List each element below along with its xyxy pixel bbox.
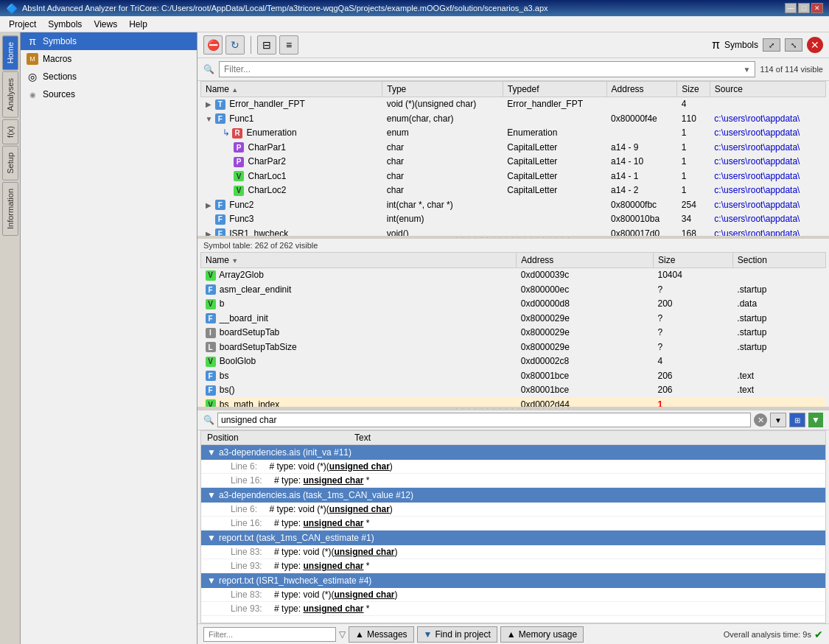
messages-button[interactable]: ▲ Messages [349, 626, 414, 643]
panel-button[interactable]: ≡ [279, 35, 298, 55]
clear-filter2-button[interactable]: ✕ [754, 413, 767, 427]
col-name[interactable]: Name ▲ [201, 82, 382, 97]
table-row[interactable]: V BoolGlob 0xd00002c84 [201, 354, 826, 369]
table-row[interactable]: L boardSetupTabSize 0x8000029e?.startup [201, 340, 826, 354]
menu-project[interactable]: Project [3, 18, 42, 31]
symbols-icon: π [27, 35, 38, 47]
nav-sections[interactable]: ◎ Sections [21, 68, 197, 85]
toolbar-symbols-label: Symbols [724, 40, 758, 50]
pi-icon: π [712, 38, 720, 52]
minimize-button[interactable]: — [785, 3, 797, 13]
close-button[interactable]: ✕ [811, 3, 823, 13]
table-row[interactable]: F Func3 int(enum)0x800010ba34c:\users\ro… [201, 212, 826, 227]
col-type[interactable]: Type [382, 82, 503, 97]
macros-icon: M [27, 53, 38, 65]
nav-sources-label: Sources [43, 89, 75, 99]
nav-macros-label: Macros [43, 54, 71, 64]
col-text-header: Text [354, 433, 819, 443]
filter-dropdown-arrow[interactable]: ▼ [743, 66, 750, 74]
col-size[interactable]: Size [677, 82, 710, 97]
col2-name[interactable]: Name ▼ [201, 253, 517, 268]
result-group-header[interactable]: ▼ a3-dependencies.ais (init_va #11) [201, 445, 825, 460]
col-address[interactable]: Address [606, 82, 677, 97]
col2-size[interactable]: Size [653, 253, 732, 268]
nav-sources[interactable]: ◉ Sources [21, 85, 197, 103]
overall-time: Overall analysis time: 9s [724, 630, 811, 639]
result-group-header[interactable]: ▼ report.txt (task_1ms_CAN_estimate #1) [201, 531, 825, 545]
table-row[interactable]: V Array2Glob 0xd000039c10404 [201, 268, 826, 283]
table-row[interactable]: ▶ T Error_handler_FPT void (*)(unsigned … [201, 97, 826, 112]
collapse-icon: ▼ [207, 447, 216, 458]
col-typedef[interactable]: Typedef [503, 82, 606, 97]
list-item: Line 93: # type: unsigned char * [201, 559, 825, 573]
table-row[interactable]: P CharPar2 charCapitalLettera14 - 101c:\… [201, 155, 826, 169]
filter2-go-button[interactable]: ▼ [808, 413, 823, 427]
reload-button[interactable]: ↻ [225, 35, 245, 55]
window-title: AbsInt Advanced Analyzer for TriCore: C:… [22, 4, 548, 13]
nav-symbols[interactable]: π Symbols [21, 32, 197, 50]
table-row[interactable]: V CharLoc2 charCapitalLettera14 - 21c:\u… [201, 183, 826, 198]
visible-count: 114 of 114 visible [760, 65, 823, 74]
group-3-label: report.txt (task_1ms_CAN_estimate #1) [219, 533, 374, 543]
col2-address[interactable]: Address [517, 253, 654, 268]
stop-button[interactable]: ⛔ [203, 35, 223, 55]
memory-usage-button[interactable]: ▲ Memory usage [500, 626, 584, 643]
sidetab-setup[interactable]: Setup [2, 146, 18, 181]
close-panel-button[interactable]: ✕ [807, 37, 823, 53]
status-filter-input[interactable] [203, 627, 336, 642]
sidetab-information[interactable]: Information [2, 182, 18, 236]
sidetab-home[interactable]: Home [2, 35, 18, 70]
group-1-label: a3-dependencies.ais (init_va #11) [219, 447, 351, 458]
side-tabs: Home Analyses f(x) Setup Information [0, 32, 21, 644]
table-row[interactable]: F __board_init 0x8000029e?.startup [201, 311, 826, 326]
table-row[interactable]: I boardSetupTab 0x8000029e?.startup [201, 326, 826, 340]
collapse-icon: ▼ [207, 533, 216, 543]
menu-views[interactable]: Views [88, 18, 123, 31]
collapse-icon: ▼ [207, 575, 216, 586]
menu-bar: Project Symbols Views Help [0, 16, 829, 32]
maximize-button[interactable]: □ [798, 3, 810, 13]
filter-input-container[interactable]: ▼ [219, 61, 755, 77]
symbol-table2: Name ▼ Address Size Section V Array2Glob… [200, 252, 826, 407]
toolbar-separator [251, 36, 251, 54]
col-position-header: Position [207, 433, 354, 443]
menu-help[interactable]: Help [123, 18, 153, 31]
col2-section[interactable]: Section [732, 253, 825, 268]
menu-symbols[interactable]: Symbols [42, 18, 88, 31]
restore-button[interactable]: ⤡ [785, 38, 802, 52]
filter2-dropdown[interactable]: ▼ [770, 413, 786, 427]
nav-sections-label: Sections [43, 71, 77, 82]
col-source[interactable]: Source [710, 82, 825, 97]
filter2-input[interactable] [221, 415, 747, 425]
find-icon: ▼ [424, 629, 433, 640]
filter2-input-container[interactable] [217, 413, 751, 427]
table-row[interactable]: F bs 0x80001bce206.text [201, 368, 826, 383]
list-item: Line 83: # type: void (*)(unsigned char) [201, 545, 825, 559]
sections-icon: ◎ [27, 71, 38, 83]
filter2-icon: 🔍 [203, 415, 214, 425]
sidetab-analyses[interactable]: Analyses [2, 71, 18, 118]
result-group-header[interactable]: ▼ a3-dependencies.ais (task_1ms_CAN_valu… [201, 488, 825, 503]
symbols-filter-input[interactable] [224, 64, 740, 74]
table-row[interactable]: ▼ F Func1 enum(char, char)0x80000f4e110c… [201, 111, 826, 126]
results-header: Position Text [201, 431, 825, 445]
find-in-project-button[interactable]: ▼ Find in project [417, 626, 497, 643]
result-group-header[interactable]: ▼ report.txt (ISR1_hwcheck_estimate #4) [201, 573, 825, 588]
table-row[interactable]: F asm_clear_endinit 0x800000ec?.startup [201, 282, 826, 297]
resize-button[interactable]: ⤢ [763, 38, 780, 52]
filter2-action[interactable]: ⊞ [789, 413, 805, 427]
symbol-table-label: Symbol table: 262 of 262 visible [197, 239, 829, 252]
nav-macros[interactable]: M Macros [21, 50, 197, 68]
table-row[interactable]: ▶ F Func2 int(char *, char *)0x80000fbc2… [201, 197, 826, 212]
table-row[interactable]: P CharPar1 charCapitalLettera14 - 91c:\u… [201, 140, 826, 155]
group-2-label: a3-dependencies.ais (task_1ms_CAN_value … [219, 490, 413, 500]
table-row[interactable]: ↳ R Enumeration enumEnumeration1c:\users… [201, 126, 826, 141]
list-item: Line 93: # type: unsigned char * [201, 602, 825, 616]
table-row[interactable]: V b 0xd00000d8200.data [201, 297, 826, 312]
filter-button[interactable]: ⊟ [257, 35, 276, 55]
messages-icon: ▲ [355, 629, 364, 640]
table-row[interactable]: F bs() 0x80001bce206.text [201, 383, 826, 398]
symbols-table: Name ▲ Type Typedef Address Size Source … [200, 81, 826, 236]
sidetab-fx[interactable]: f(x) [2, 119, 18, 144]
table-row[interactable]: V CharLoc1 charCapitalLettera14 - 11c:\u… [201, 169, 826, 183]
